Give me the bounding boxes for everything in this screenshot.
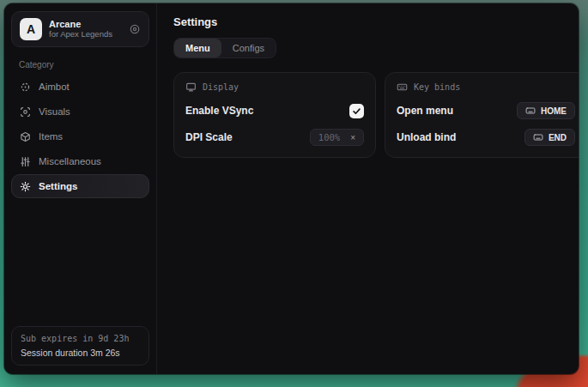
box-icon [20,131,31,142]
unload-bind-row: Unload bind END [397,129,575,146]
tab-configs[interactable]: Configs [221,39,276,57]
open-menu-label: Open menu [397,105,453,117]
open-menu-key-label: HOME [541,106,567,116]
display-card-header: Display [185,82,364,93]
vsync-row: Enable VSync [185,102,364,119]
page-title: Settings [173,15,579,28]
circle-target-icon[interactable] [129,23,141,35]
sidebar-item-label: Miscellaneous [39,156,101,166]
keyboard-icon [525,106,536,116]
app-window: A Arcane for Apex Legends Category Aimbo… [4,3,579,374]
check-icon [352,106,361,116]
tab-menu[interactable]: Menu [174,39,221,57]
dpi-label: DPI Scale [185,131,233,143]
brand-text: Arcane for Apex Legends [49,19,112,40]
tab-bar: Menu Configs [173,38,276,58]
desktop: { "sidebar": { "brand": { "initial": "A"… [0,0,588,387]
sidebar-spacer [11,198,149,326]
monitor-icon [185,82,197,93]
crosshair-icon [20,82,31,93]
open-menu-keybind[interactable]: HOME [517,102,575,119]
session-duration-text: Session duration 3m 26s [21,348,140,358]
keybinds-card-title: Key binds [414,82,460,92]
main-content: Settings Menu Configs Display Enable VSy… [157,3,579,374]
sub-expires-text: Sub expires in 9d 23h [21,334,140,343]
dpi-value[interactable]: 100% [311,130,348,145]
unload-key-label: END [549,133,567,142]
sliders-icon [20,156,31,167]
vsync-checkbox[interactable] [349,104,364,118]
display-card: Display Enable VSync DPI Scale 100% × [173,72,376,158]
open-menu-row: Open menu HOME [397,102,575,119]
brand-card: A Arcane for Apex Legends [11,11,149,47]
keybinds-card-header: Key binds [397,82,575,93]
keyboard-icon [397,82,408,93]
sidebar-item-label: Settings [39,181,77,191]
dpi-input[interactable]: 100% × [310,129,364,146]
sidebar-item-label: Aimbot [39,82,70,92]
app-subtitle: for Apex Legends [49,30,112,39]
dpi-row: DPI Scale 100% × [185,129,364,146]
app-logo: A [20,18,42,40]
sidebar-item-miscellaneous[interactable]: Miscellaneous [11,149,149,173]
sidebar-item-visuals[interactable]: Visuals [11,100,149,124]
settings-cards: Display Enable VSync DPI Scale 100% × [173,72,579,158]
gear-icon [20,181,31,192]
sidebar-item-aimbot[interactable]: Aimbot [11,75,149,99]
app-name: Arcane [49,19,112,30]
sidebar-item-label: Items [39,131,63,142]
subscription-card: Sub expires in 9d 23h Session duration 3… [11,326,149,366]
sidebar: A Arcane for Apex Legends Category Aimbo… [4,3,157,374]
sidebar-item-items[interactable]: Items [11,124,149,148]
sidebar-item-settings[interactable]: Settings [11,174,149,198]
scan-eye-icon [20,106,31,118]
clear-icon[interactable]: × [348,130,363,145]
category-label: Category [19,60,149,70]
unload-bind-label: Unload bind [397,131,456,143]
keybinds-card: Key binds Open menu HOME Unload bind [385,72,579,158]
sidebar-item-label: Visuals [39,106,70,117]
vsync-label: Enable VSync [185,105,253,117]
keyboard-icon [533,132,543,142]
display-card-title: Display [203,82,239,92]
unload-keybind[interactable]: END [524,129,575,146]
